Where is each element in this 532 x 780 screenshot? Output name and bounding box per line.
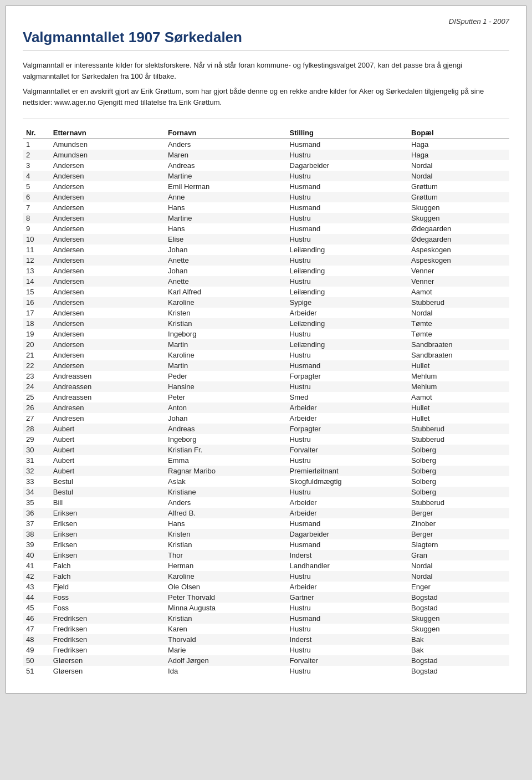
cell-9-1: Andersen — [50, 234, 165, 244]
cell-22-1: Andreassen — [50, 371, 165, 381]
cell-23-0: 24 — [23, 381, 50, 392]
cell-19-1: Andersen — [50, 339, 165, 350]
cell-39-4: Gran — [408, 550, 509, 560]
cell-21-3: Husmand — [287, 360, 408, 371]
cell-17-2: Kristian — [165, 318, 287, 329]
cell-27-0: 28 — [23, 424, 50, 434]
cell-29-2: Kristian Fr. — [165, 445, 287, 455]
cell-4-0: 5 — [23, 181, 50, 192]
table-row: 48FredriksenThorvaldInderstBak — [23, 634, 509, 645]
cell-11-2: Anette — [165, 255, 287, 266]
cell-0-1: Amundsen — [50, 139, 165, 150]
cell-27-1: Aubert — [50, 424, 165, 434]
table-row: 33BestulAslakSkogfuldmægtigSolberg — [23, 476, 509, 487]
table-row: 4AndersenMartineHustruNordal — [23, 171, 509, 181]
cell-30-2: Emma — [165, 455, 287, 466]
cell-48-0: 49 — [23, 645, 50, 655]
cell-6-1: Andersen — [50, 202, 165, 213]
cell-50-1: Gløersen — [50, 666, 165, 676]
table-row: 31AubertEmmaHustruSolberg — [23, 455, 509, 466]
cell-3-3: Hustru — [287, 171, 408, 181]
cell-6-2: Hans — [165, 202, 287, 213]
cell-32-2: Aslak — [165, 476, 287, 487]
cell-13-4: Venner — [408, 276, 509, 287]
table-row: 46FredriksenKristianHusmandSkuggen — [23, 613, 509, 624]
cell-42-2: Ole Olsen — [165, 582, 287, 592]
cell-30-1: Aubert — [50, 455, 165, 466]
cell-29-0: 30 — [23, 445, 50, 455]
cell-34-2: Anders — [165, 497, 287, 508]
cell-47-3: Inderst — [287, 634, 408, 645]
cell-46-0: 47 — [23, 624, 50, 634]
cell-17-1: Andersen — [50, 318, 165, 329]
cell-39-0: 40 — [23, 550, 50, 560]
cell-38-1: Eriksen — [50, 539, 165, 550]
cell-31-0: 32 — [23, 466, 50, 476]
cell-12-4: Venner — [408, 266, 509, 276]
cell-28-1: Aubert — [50, 434, 165, 445]
cell-27-3: Forpagter — [287, 424, 408, 434]
cell-8-0: 9 — [23, 223, 50, 234]
table-row: 42FalchKarolineHustruNordal — [23, 571, 509, 582]
cell-42-4: Enger — [408, 582, 509, 592]
cell-11-3: Hustru — [287, 255, 408, 266]
cell-41-4: Nordal — [408, 571, 509, 582]
cell-8-1: Andersen — [50, 223, 165, 234]
cell-45-2: Kristian — [165, 613, 287, 624]
cell-18-0: 19 — [23, 329, 50, 339]
table-row: 32AubertRagnar MariboPremierløitnantSolb… — [23, 466, 509, 476]
cell-48-4: Bak — [408, 645, 509, 655]
cell-29-4: Solberg — [408, 445, 509, 455]
cell-14-1: Andersen — [50, 287, 165, 297]
cell-9-4: Ødegaarden — [408, 234, 509, 244]
col-header-bopael: Bopæl — [408, 127, 509, 139]
cell-20-3: Hustru — [287, 350, 408, 360]
page-container: DISputten 1 - 2007 Valgmanntallet 1907 S… — [6, 6, 526, 694]
table-row: 29AubertIngeborgHustruStubberud — [23, 434, 509, 445]
cell-10-0: 11 — [23, 244, 50, 255]
cell-46-2: Karen — [165, 624, 287, 634]
app-title: DISputten 1 - 2007 — [23, 17, 509, 26]
cell-15-1: Andersen — [50, 297, 165, 308]
cell-47-0: 48 — [23, 634, 50, 645]
cell-12-0: 13 — [23, 266, 50, 276]
cell-20-0: 21 — [23, 350, 50, 360]
cell-30-4: Solberg — [408, 455, 509, 466]
cell-15-4: Stubberud — [408, 297, 509, 308]
table-row: 41FalchHermanLandhandlerNordal — [23, 560, 509, 571]
table-row: 20AndersenMartinLeilændingSandbraaten — [23, 339, 509, 350]
cell-36-1: Eriksen — [50, 518, 165, 529]
cell-20-1: Andersen — [50, 350, 165, 360]
cell-49-2: Adolf Jørgen — [165, 655, 287, 666]
cell-21-2: Martin — [165, 360, 287, 371]
table-row: 38EriksenKristenDagarbeiderBerger — [23, 529, 509, 539]
table-row: 10AndersenEliseHustruØdegaarden — [23, 234, 509, 244]
cell-46-1: Fredriksen — [50, 624, 165, 634]
cell-25-4: Hullet — [408, 402, 509, 413]
table-row: 12AndersenAnetteHustruAspeskogen — [23, 255, 509, 266]
cell-45-3: Husmand — [287, 613, 408, 624]
cell-37-1: Eriksen — [50, 529, 165, 539]
cell-32-4: Solberg — [408, 476, 509, 487]
cell-41-2: Karoline — [165, 571, 287, 582]
cell-34-3: Arbeider — [287, 497, 408, 508]
table-row: 40EriksenThorInderstGran — [23, 550, 509, 560]
cell-48-3: Hustru — [287, 645, 408, 655]
cell-42-3: Arbeider — [287, 582, 408, 592]
cell-25-1: Andresen — [50, 402, 165, 413]
cell-32-0: 33 — [23, 476, 50, 487]
table-row: 16AndersenKarolineSypigeStubberud — [23, 297, 509, 308]
table-body: 1AmundsenAndersHusmandHaga2AmundsenMaren… — [23, 139, 509, 677]
cell-2-3: Dagarbeider — [287, 160, 408, 171]
cell-33-3: Hustru — [287, 487, 408, 497]
cell-43-2: Peter Thorvald — [165, 592, 287, 603]
cell-14-2: Karl Alfred — [165, 287, 287, 297]
cell-18-2: Ingeborg — [165, 329, 287, 339]
table-row: 26AndresenAntonArbeiderHullet — [23, 402, 509, 413]
cell-50-4: Bogstad — [408, 666, 509, 676]
cell-13-1: Andersen — [50, 276, 165, 287]
cell-30-3: Hustru — [287, 455, 408, 466]
cell-10-4: Aspeskogen — [408, 244, 509, 255]
cell-34-0: 35 — [23, 497, 50, 508]
table-row: 1AmundsenAndersHusmandHaga — [23, 139, 509, 150]
